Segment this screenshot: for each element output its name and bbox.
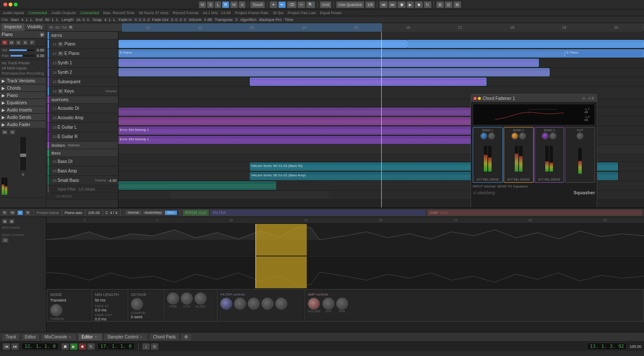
fine-knob[interactable] — [167, 293, 179, 305]
monitor-btn[interactable]: M — [9, 40, 15, 45]
amp-lfo-knob[interactable] — [322, 298, 334, 310]
amp-pan-knob[interactable] — [336, 298, 348, 310]
loop-btn[interactable]: ↻ — [424, 1, 431, 8]
piano-section-header[interactable]: ▶ Piano — [0, 92, 46, 99]
freeze-btn[interactable]: F — [29, 40, 35, 45]
track-17-acoustic-di[interactable]: 17 Acoustic Di — [46, 104, 118, 113]
fader-m-btn[interactable]: M — [2, 130, 8, 135]
clip-epiano-2[interactable]: E Piano — [565, 49, 644, 57]
clip-piano-2[interactable] — [407, 40, 644, 48]
track-19-eguitar-l[interactable]: 19 E Guitar L — [46, 123, 118, 132]
draw-tool[interactable]: ✏ — [278, 1, 286, 8]
output-knob[interactable] — [577, 133, 583, 139]
band3-rel-knob[interactable] — [550, 133, 556, 139]
waveform-display-area[interactable] — [46, 224, 644, 288]
track-group-guitars[interactable]: GUITARS — [46, 96, 118, 104]
volume-fader[interactable] — [20, 136, 27, 171]
fader-handle[interactable] — [20, 154, 26, 157]
band1-att-knob[interactable] — [480, 133, 487, 139]
track-14-synth2[interactable]: 14 Synth 2 — [46, 68, 118, 77]
filter-res-knob[interactable] — [234, 298, 246, 310]
mode-m-button[interactable]: M — [199, 1, 207, 8]
start-value[interactable]: 4. 1. 1. — [21, 18, 33, 22]
layout-btn-2[interactable]: ⊟ — [445, 1, 453, 8]
track-group-bass[interactable]: Bass — [46, 149, 118, 157]
tempo-display[interactable]: 105.00 — [88, 211, 100, 215]
track-group-guitars2[interactable]: Guitars Volume — [46, 142, 118, 149]
mode-w-button[interactable]: W — [230, 1, 238, 8]
band3-att-knob[interactable] — [542, 133, 549, 139]
track-15-subsequent[interactable]: 15 Subsequent — [46, 77, 118, 87]
normal-tab[interactable]: Normal — [125, 210, 142, 215]
thresh-knob[interactable] — [50, 304, 62, 316]
clip-subsequent[interactable] — [250, 78, 486, 86]
plugin-compare-btn[interactable]: A B — [588, 96, 594, 100]
clip-epiano-1[interactable]: E Piano — [118, 49, 565, 57]
track-20-eguitar-r[interactable]: 20 E Guitar R — [46, 132, 118, 142]
editor-w-btn[interactable]: W — [9, 210, 15, 215]
fader-header[interactable]: ▶ Audio Fader — [0, 121, 46, 128]
filter-header[interactable]: FILTER — [210, 210, 425, 216]
octave-knob[interactable] — [131, 298, 143, 310]
filter-keys-knob[interactable] — [275, 298, 287, 310]
clip-synth2[interactable] — [118, 68, 550, 76]
el-btn1[interactable]: ⊕ — [2, 219, 8, 224]
grid-select[interactable]: Grid — [320, 1, 331, 8]
stop-btn[interactable]: ⏹ — [398, 1, 406, 8]
end-value[interactable]: 80. 1. 1. — [45, 18, 59, 22]
forward-btn[interactable]: ⏭ — [389, 1, 397, 8]
audiowarp-tab[interactable]: AudioWarp — [143, 210, 164, 215]
scissors-tool[interactable]: ✂ — [298, 1, 305, 8]
volume-value[interactable]: 0 dB — [204, 18, 212, 22]
filter-env-knob[interactable] — [248, 298, 260, 310]
el-btn2[interactable]: ⊗ — [9, 219, 15, 224]
quantize-btn[interactable]: Use Quantize — [336, 1, 364, 8]
track-18-acoustic-amp[interactable]: 18 Acoustic Amp — [46, 113, 118, 123]
transport-stop-btn[interactable]: ⏹ — [61, 343, 69, 350]
editor-b-btn[interactable]: B — [25, 210, 31, 215]
tab-mixconsole[interactable]: MixConsole × — [41, 333, 77, 341]
play-btn[interactable]: ▶ — [407, 1, 414, 8]
touch-mode-btn[interactable]: Touch — [250, 1, 265, 8]
solo-btn[interactable]: S — [15, 40, 21, 45]
tab-editor2[interactable]: Editor × — [78, 333, 103, 341]
expand-btn[interactable]: ▶ — [40, 33, 44, 37]
add-track-btn[interactable]: + — [48, 25, 54, 30]
length-value[interactable]: 16. 0. 0. — [76, 18, 90, 22]
tab-editor2-close[interactable]: × — [94, 335, 99, 339]
clip-synth1[interactable] — [118, 59, 539, 67]
editor-r-btn[interactable]: R — [2, 210, 8, 215]
snap-value[interactable]: 4. 1. 1. — [104, 18, 116, 22]
track-settings-btn[interactable]: ⚙ — [68, 25, 74, 30]
filter-cutoff-knob[interactable] — [220, 298, 232, 310]
transport-record-btn[interactable]: ⏺ — [79, 343, 86, 350]
fadeout-value[interactable]: 0. 0. 0. 0 — [171, 18, 186, 22]
tab-sampler-close[interactable]: × — [140, 335, 144, 339]
layout-btn-3[interactable]: ⊠ — [453, 1, 461, 8]
close-button[interactable] — [3, 3, 7, 6]
transport-loop-btn[interactable]: ↻ — [87, 343, 95, 350]
minimize-button[interactable] — [9, 3, 12, 6]
plugin-window-controls[interactable] — [474, 97, 481, 100]
record-btn[interactable]: ⏺ — [415, 1, 423, 8]
zoom-tool[interactable]: 🔍 — [306, 1, 315, 8]
editor-a-btn[interactable]: A — [17, 210, 23, 215]
mode-a-button[interactable]: A — [239, 1, 246, 8]
mode-s-button[interactable]: S — [207, 1, 214, 8]
track-12-epiano[interactable]: 12 R E Piano — [46, 49, 118, 58]
piano-keyboard[interactable] — [46, 323, 644, 332]
track-group-keys[interactable]: KEYS — [46, 32, 118, 39]
mode-l-button[interactable]: L — [215, 1, 221, 8]
track-13-synth1[interactable]: 13 Synth 1 — [46, 58, 118, 68]
clip-small-bass[interactable] — [118, 181, 276, 190]
transport-sync-btn[interactable]: ⊙ — [151, 343, 158, 350]
inspector-tab-visibility[interactable]: Visibility — [24, 23, 45, 31]
band2-att-knob[interactable] — [511, 133, 518, 139]
rewind-btn[interactable]: ⏮ — [380, 1, 388, 8]
quantize-value[interactable]: 1/8 — [365, 1, 375, 8]
record-enable-btn[interactable]: R — [2, 40, 8, 45]
track-11-r[interactable]: R — [58, 42, 64, 47]
tab-track[interactable]: Track — [2, 333, 20, 341]
tab-chord-pads[interactable]: Chord Pads — [149, 333, 179, 341]
squasher-plugin-window[interactable]: Chord Fattener 1 ⊙ A B — [471, 94, 597, 208]
